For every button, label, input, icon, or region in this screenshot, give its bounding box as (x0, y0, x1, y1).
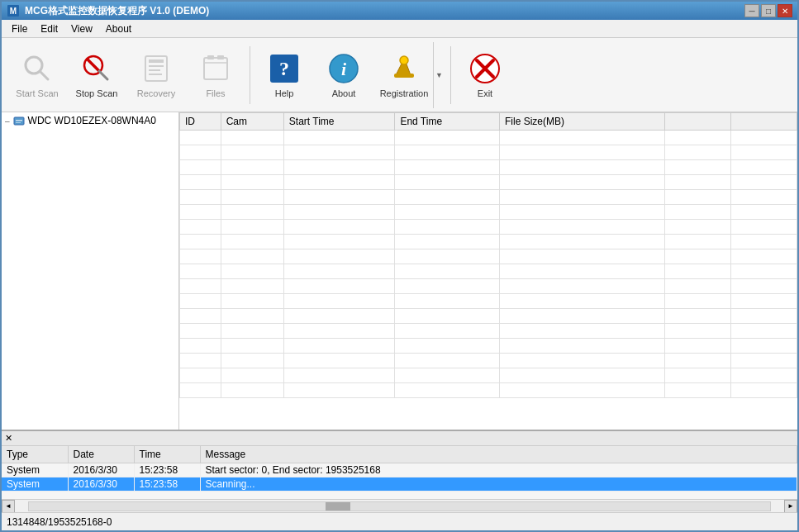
tree-expander: – (5, 116, 10, 126)
about-button[interactable]: i About (315, 42, 373, 108)
title-bar-left: M MCG格式监控数据恢复程序 V1.0 (DEMO) (7, 4, 209, 18)
file-table-panel: ID Cam Start Time End Time File Size(MB) (179, 112, 797, 430)
drive-icon (13, 115, 25, 126)
table-row (180, 220, 797, 235)
exit-icon (468, 52, 502, 85)
col-cam: Cam (221, 113, 283, 131)
svg-line-5 (88, 59, 99, 71)
svg-rect-8 (149, 59, 164, 63)
menu-about[interactable]: About (99, 21, 138, 36)
scroll-thumb[interactable] (326, 502, 350, 511)
help-icon: ? (268, 52, 301, 85)
file-table-body (180, 131, 797, 398)
files-button[interactable]: Files (187, 42, 245, 108)
log-cell-time: 15:23:58 (134, 463, 200, 477)
menu-view[interactable]: View (64, 21, 99, 36)
registration-icon (388, 52, 421, 85)
table-row (180, 309, 797, 324)
log-table: Type Date Time Message System2016/3/3015… (2, 446, 797, 492)
col-extra2 (731, 113, 797, 131)
files-icon (199, 52, 232, 85)
title-bar-controls: ─ □ ✕ (744, 4, 792, 17)
table-row (180, 368, 797, 383)
log-cell-date: 2016/3/30 (68, 463, 134, 477)
minimize-button[interactable]: ─ (744, 4, 759, 17)
col-filesize: File Size(MB) (500, 113, 665, 131)
files-label: Files (206, 88, 225, 98)
help-button[interactable]: ? Help (255, 42, 313, 108)
registration-label: Registration (380, 88, 429, 98)
log-cell-message: Scanning... (200, 477, 797, 492)
close-button[interactable]: ✕ (778, 4, 792, 17)
stop-scan-label: Stop Scan (76, 88, 118, 98)
start-scan-button[interactable]: Start Scan (8, 42, 66, 108)
registration-button-group: Registration ▼ (374, 41, 445, 109)
col-extra1 (665, 113, 731, 131)
svg-text:?: ? (279, 58, 289, 79)
bottom-toolbar: ✕ (2, 431, 797, 446)
maximize-button[interactable]: □ (761, 4, 776, 17)
start-scan-icon (21, 52, 54, 85)
about-label: About (332, 88, 356, 98)
menu-file[interactable]: File (5, 21, 34, 36)
table-row (180, 160, 797, 175)
scroll-left-button[interactable]: ◄ (2, 500, 15, 513)
col-end-time: End Time (395, 113, 500, 131)
svg-rect-13 (207, 55, 214, 59)
table-row (180, 279, 797, 294)
toolbar: Start Scan Stop Scan (2, 38, 797, 112)
recovery-button[interactable]: Recovery (127, 42, 185, 108)
log-container: Type Date Time Message System2016/3/3015… (2, 446, 797, 499)
bottom-close-icon[interactable]: ✕ (5, 433, 12, 444)
col-id: ID (180, 113, 221, 131)
col-start-time: Start Time (283, 113, 395, 131)
window-title: MCG格式监控数据恢复程序 V1.0 (DEMO) (25, 4, 209, 18)
exit-button[interactable]: Exit (456, 42, 514, 108)
log-table-body: System2016/3/3015:23:58Start sector: 0, … (2, 463, 797, 492)
svg-line-6 (99, 71, 107, 79)
bottom-panel: ✕ Type Date Time Message System2016/3/30… (2, 430, 797, 512)
toolbar-separator-1 (250, 46, 250, 104)
svg-rect-9 (149, 65, 164, 67)
registration-dropdown-arrow[interactable]: ▼ (433, 42, 445, 108)
svg-rect-14 (217, 55, 224, 59)
table-row (180, 131, 797, 145)
svg-rect-25 (16, 120, 22, 121)
title-bar: M MCG格式监控数据恢复程序 V1.0 (DEMO) ─ □ ✕ (2, 2, 797, 20)
svg-rect-10 (149, 69, 160, 71)
exit-label: Exit (478, 88, 492, 98)
scroll-right-button[interactable]: ► (784, 500, 797, 513)
status-bar: 1314848/1953525168-0 (2, 512, 797, 530)
svg-text:i: i (341, 59, 347, 79)
stop-scan-button[interactable]: Stop Scan (68, 42, 126, 108)
log-col-message: Message (200, 446, 797, 463)
menu-edit[interactable]: Edit (34, 21, 64, 36)
log-cell-type: System (2, 477, 68, 492)
svg-line-3 (40, 71, 48, 79)
log-row[interactable]: System2016/3/3015:23:58Scanning... (2, 477, 797, 492)
tree-item-drive[interactable]: – WDC WD10EZEX-08WN4A0 (2, 112, 178, 129)
table-row (180, 175, 797, 190)
svg-rect-26 (16, 122, 21, 123)
log-col-date: Date (68, 446, 134, 463)
drive-label: WDC WD10EZEX-08WN4A0 (28, 115, 156, 126)
about-icon: i (327, 52, 360, 85)
toolbar-separator-2 (450, 46, 451, 104)
horizontal-scrollbar[interactable]: ◄ ► (2, 499, 797, 512)
log-cell-time: 15:23:58 (134, 477, 200, 492)
table-row (180, 339, 797, 354)
svg-rect-11 (149, 74, 162, 75)
start-scan-label: Start Scan (16, 88, 58, 98)
main-content: – WDC WD10EZEX-08WN4A0 ID Cam Start (2, 112, 797, 430)
log-col-time: Time (134, 446, 200, 463)
log-row[interactable]: System2016/3/3015:23:58Start sector: 0, … (2, 463, 797, 477)
table-row (180, 205, 797, 220)
log-cell-type: System (2, 463, 68, 477)
recovery-icon (140, 52, 173, 85)
registration-button[interactable]: Registration (375, 42, 433, 108)
table-row (180, 294, 797, 309)
log-cell-message: Start sector: 0, End sector: 1953525168 (200, 463, 797, 477)
recovery-label: Recovery (137, 88, 175, 98)
svg-rect-12 (204, 58, 227, 79)
status-text: 1314848/1953525168-0 (7, 516, 112, 528)
